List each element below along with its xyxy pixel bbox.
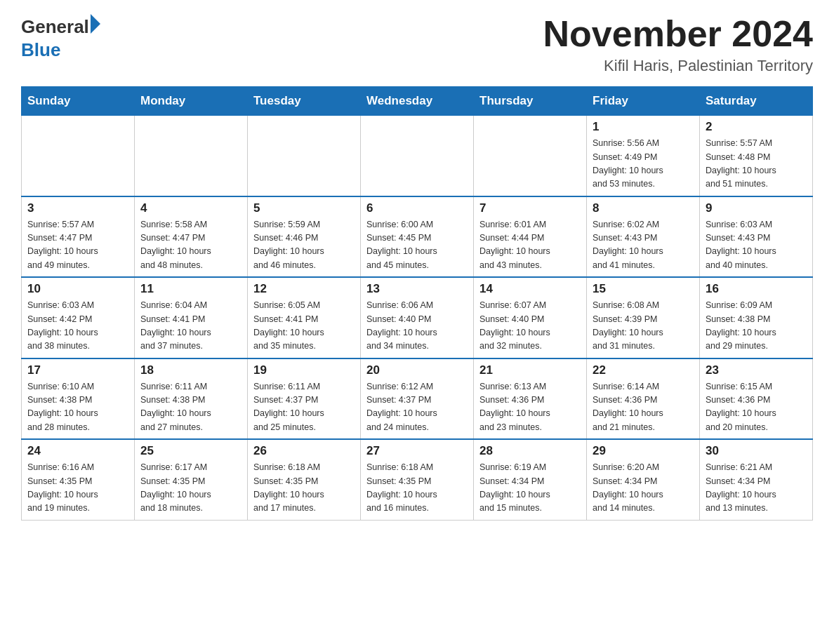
column-header-monday: Monday <box>135 87 248 116</box>
calendar-cell: 20Sunrise: 6:12 AM Sunset: 4:37 PM Dayli… <box>361 358 474 440</box>
day-info: Sunrise: 6:12 AM Sunset: 4:37 PM Dayligh… <box>366 380 468 435</box>
calendar-cell: 8Sunrise: 6:02 AM Sunset: 4:43 PM Daylig… <box>587 196 700 278</box>
logo: General Blue <box>21 14 100 61</box>
day-info: Sunrise: 6:19 AM Sunset: 4:34 PM Dayligh… <box>479 461 581 516</box>
calendar-cell: 26Sunrise: 6:18 AM Sunset: 4:35 PM Dayli… <box>248 439 361 520</box>
day-number: 2 <box>706 120 807 134</box>
calendar-cell <box>135 116 248 196</box>
day-info: Sunrise: 6:07 AM Sunset: 4:40 PM Dayligh… <box>479 299 581 354</box>
calendar-cell: 6Sunrise: 6:00 AM Sunset: 4:45 PM Daylig… <box>361 196 474 278</box>
calendar-cell: 15Sunrise: 6:08 AM Sunset: 4:39 PM Dayli… <box>587 277 700 358</box>
logo-general: General <box>21 16 89 38</box>
column-header-wednesday: Wednesday <box>361 87 474 116</box>
day-number: 17 <box>27 363 128 377</box>
logo-triangle-icon <box>91 14 100 34</box>
day-info: Sunrise: 6:14 AM Sunset: 4:36 PM Dayligh… <box>593 380 694 435</box>
calendar-cell: 25Sunrise: 6:17 AM Sunset: 4:35 PM Dayli… <box>135 439 248 520</box>
calendar-cell <box>22 116 135 196</box>
day-number: 18 <box>140 363 241 377</box>
calendar-cell <box>361 116 474 196</box>
title-area: November 2024 Kifil Haris, Palestinian T… <box>543 14 813 75</box>
column-header-sunday: Sunday <box>22 87 135 116</box>
logo-blue: Blue <box>21 39 60 61</box>
day-info: Sunrise: 6:13 AM Sunset: 4:36 PM Dayligh… <box>479 380 581 435</box>
day-info: Sunrise: 6:11 AM Sunset: 4:37 PM Dayligh… <box>253 380 355 435</box>
calendar-header-row: SundayMondayTuesdayWednesdayThursdayFrid… <box>22 87 813 116</box>
day-number: 15 <box>593 282 694 296</box>
day-info: Sunrise: 5:58 AM Sunset: 4:47 PM Dayligh… <box>140 218 241 273</box>
day-info: Sunrise: 6:20 AM Sunset: 4:34 PM Dayligh… <box>593 461 694 516</box>
day-number: 20 <box>366 363 468 377</box>
day-number: 22 <box>593 363 694 377</box>
day-number: 16 <box>706 282 807 296</box>
day-info: Sunrise: 6:11 AM Sunset: 4:38 PM Dayligh… <box>140 380 241 435</box>
calendar-cell: 4Sunrise: 5:58 AM Sunset: 4:47 PM Daylig… <box>135 196 248 278</box>
day-info: Sunrise: 6:08 AM Sunset: 4:39 PM Dayligh… <box>593 299 694 354</box>
calendar-cell: 13Sunrise: 6:06 AM Sunset: 4:40 PM Dayli… <box>361 277 474 358</box>
day-number: 26 <box>253 444 355 458</box>
day-number: 24 <box>27 444 128 458</box>
day-info: Sunrise: 6:15 AM Sunset: 4:36 PM Dayligh… <box>706 380 807 435</box>
day-number: 21 <box>479 363 581 377</box>
day-number: 4 <box>140 201 241 215</box>
calendar-cell: 18Sunrise: 6:11 AM Sunset: 4:38 PM Dayli… <box>135 358 248 440</box>
calendar-cell: 12Sunrise: 6:05 AM Sunset: 4:41 PM Dayli… <box>248 277 361 358</box>
calendar-cell: 7Sunrise: 6:01 AM Sunset: 4:44 PM Daylig… <box>474 196 587 278</box>
day-info: Sunrise: 6:17 AM Sunset: 4:35 PM Dayligh… <box>140 461 241 516</box>
day-info: Sunrise: 6:10 AM Sunset: 4:38 PM Dayligh… <box>27 380 128 435</box>
calendar-week-row: 10Sunrise: 6:03 AM Sunset: 4:42 PM Dayli… <box>22 277 813 358</box>
calendar-cell: 27Sunrise: 6:18 AM Sunset: 4:35 PM Dayli… <box>361 439 474 520</box>
day-info: Sunrise: 5:57 AM Sunset: 4:48 PM Dayligh… <box>706 137 807 192</box>
day-number: 19 <box>253 363 355 377</box>
day-number: 30 <box>706 444 807 458</box>
day-number: 10 <box>27 282 128 296</box>
day-number: 29 <box>593 444 694 458</box>
day-number: 12 <box>253 282 355 296</box>
day-number: 7 <box>479 201 581 215</box>
calendar-cell: 24Sunrise: 6:16 AM Sunset: 4:35 PM Dayli… <box>22 439 135 520</box>
calendar-cell: 28Sunrise: 6:19 AM Sunset: 4:34 PM Dayli… <box>474 439 587 520</box>
day-number: 9 <box>706 201 807 215</box>
location-title: Kifil Haris, Palestinian Territory <box>543 57 813 75</box>
calendar-cell: 10Sunrise: 6:03 AM Sunset: 4:42 PM Dayli… <box>22 277 135 358</box>
day-number: 1 <box>593 120 694 134</box>
calendar-week-row: 24Sunrise: 6:16 AM Sunset: 4:35 PM Dayli… <box>22 439 813 520</box>
day-info: Sunrise: 6:01 AM Sunset: 4:44 PM Dayligh… <box>479 218 581 273</box>
day-info: Sunrise: 6:09 AM Sunset: 4:38 PM Dayligh… <box>706 299 807 354</box>
day-info: Sunrise: 5:57 AM Sunset: 4:47 PM Dayligh… <box>27 218 128 273</box>
day-info: Sunrise: 6:21 AM Sunset: 4:34 PM Dayligh… <box>706 461 807 516</box>
calendar-cell: 11Sunrise: 6:04 AM Sunset: 4:41 PM Dayli… <box>135 277 248 358</box>
day-info: Sunrise: 6:16 AM Sunset: 4:35 PM Dayligh… <box>27 461 128 516</box>
day-number: 13 <box>366 282 468 296</box>
day-number: 25 <box>140 444 241 458</box>
calendar-cell: 14Sunrise: 6:07 AM Sunset: 4:40 PM Dayli… <box>474 277 587 358</box>
day-number: 5 <box>253 201 355 215</box>
column-header-thursday: Thursday <box>474 87 587 116</box>
day-number: 3 <box>27 201 128 215</box>
column-header-tuesday: Tuesday <box>248 87 361 116</box>
calendar-cell: 30Sunrise: 6:21 AM Sunset: 4:34 PM Dayli… <box>700 439 813 520</box>
calendar-cell: 22Sunrise: 6:14 AM Sunset: 4:36 PM Dayli… <box>587 358 700 440</box>
calendar-cell: 2Sunrise: 5:57 AM Sunset: 4:48 PM Daylig… <box>700 116 813 196</box>
calendar-cell: 5Sunrise: 5:59 AM Sunset: 4:46 PM Daylig… <box>248 196 361 278</box>
calendar-week-row: 17Sunrise: 6:10 AM Sunset: 4:38 PM Dayli… <box>22 358 813 440</box>
calendar-cell <box>248 116 361 196</box>
day-number: 28 <box>479 444 581 458</box>
column-header-friday: Friday <box>587 87 700 116</box>
day-info: Sunrise: 6:02 AM Sunset: 4:43 PM Dayligh… <box>593 218 694 273</box>
calendar-week-row: 3Sunrise: 5:57 AM Sunset: 4:47 PM Daylig… <box>22 196 813 278</box>
calendar-cell: 29Sunrise: 6:20 AM Sunset: 4:34 PM Dayli… <box>587 439 700 520</box>
column-header-saturday: Saturday <box>700 87 813 116</box>
day-info: Sunrise: 6:04 AM Sunset: 4:41 PM Dayligh… <box>140 299 241 354</box>
day-number: 27 <box>366 444 468 458</box>
day-number: 6 <box>366 201 468 215</box>
calendar-cell: 1Sunrise: 5:56 AM Sunset: 4:49 PM Daylig… <box>587 116 700 196</box>
calendar-cell: 9Sunrise: 6:03 AM Sunset: 4:43 PM Daylig… <box>700 196 813 278</box>
day-info: Sunrise: 5:59 AM Sunset: 4:46 PM Dayligh… <box>253 218 355 273</box>
day-info: Sunrise: 6:06 AM Sunset: 4:40 PM Dayligh… <box>366 299 468 354</box>
day-number: 8 <box>593 201 694 215</box>
day-info: Sunrise: 6:03 AM Sunset: 4:42 PM Dayligh… <box>27 299 128 354</box>
calendar-cell: 16Sunrise: 6:09 AM Sunset: 4:38 PM Dayli… <box>700 277 813 358</box>
calendar-cell: 23Sunrise: 6:15 AM Sunset: 4:36 PM Dayli… <box>700 358 813 440</box>
day-info: Sunrise: 6:18 AM Sunset: 4:35 PM Dayligh… <box>253 461 355 516</box>
